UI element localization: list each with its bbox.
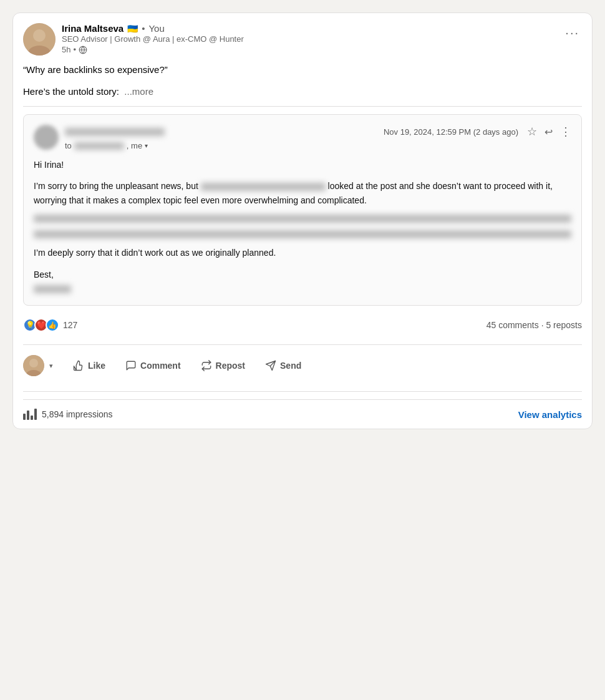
redacted-line-1 xyxy=(34,215,571,223)
author-title: SEO Advisor | Growth @ Aura | ex-CMO @ H… xyxy=(62,34,244,44)
reaction-count: 127 xyxy=(63,320,77,330)
post-line2: Here’s the untold story: xyxy=(23,86,119,97)
impressions-count: 5,894 impressions xyxy=(42,409,113,419)
post-text: “Why are backlinks so expensive?” Here’s… xyxy=(23,63,582,99)
author-flag: 🇺🇦 xyxy=(127,24,138,34)
recipient-blurred xyxy=(74,142,124,150)
reactions-row: 💡 ❤️ 👍 127 45 comments · 5 reposts xyxy=(23,313,582,337)
bar1 xyxy=(23,414,26,420)
action-buttons: ▾ Like Comment Repost xyxy=(23,352,582,384)
email-recipient-row: to , me ▾ xyxy=(65,141,571,150)
email-header: Nov 19, 2024, 12:59 PM (2 days ago) ☆ ↩ … xyxy=(34,125,571,150)
bar3 xyxy=(31,416,33,420)
reaction-emojis: 💡 ❤️ 👍 xyxy=(23,318,59,332)
repost-icon xyxy=(201,360,212,371)
email-body-para4: I’m deeply sorry that it didn’t work out… xyxy=(34,246,571,260)
comment-label: Comment xyxy=(140,361,181,371)
email-body-para3 xyxy=(34,230,571,238)
impressions: 5,894 impressions xyxy=(23,409,113,420)
email-sender-row: Nov 19, 2024, 12:59 PM (2 days ago) ☆ ↩ … xyxy=(65,125,571,139)
like-icon xyxy=(73,360,84,371)
send-label: Send xyxy=(280,361,301,371)
email-action-icons: ☆ ↩ ⋮ xyxy=(527,125,571,139)
post-header-left: Irina Maltseva 🇺🇦 • You SEO Advisor | Gr… xyxy=(23,23,244,56)
author-info: Irina Maltseva 🇺🇦 • You SEO Advisor | Gr… xyxy=(62,23,244,54)
email-sender-avatar xyxy=(34,125,59,150)
svg-point-1 xyxy=(33,29,46,42)
divider xyxy=(23,106,582,107)
footer-divider xyxy=(23,391,582,392)
globe-icon xyxy=(79,46,87,54)
user-avatar-dropdown[interactable]: ▾ xyxy=(23,355,53,376)
comment-icon xyxy=(125,360,137,371)
email-body-para1: I’m sorry to bring the unpleasant news, … xyxy=(34,179,571,207)
closing-text: Best, xyxy=(34,270,54,280)
redacted-line-2 xyxy=(34,230,571,238)
reactions-left: 💡 ❤️ 👍 127 xyxy=(23,318,77,332)
email-meta: Nov 19, 2024, 12:59 PM (2 days ago) ☆ ↩ … xyxy=(65,125,571,150)
reaction-like: 👍 xyxy=(46,318,59,332)
post-line1: “Why are backlinks so expensive?” xyxy=(23,63,582,77)
like-label: Like xyxy=(88,361,105,371)
svg-point-5 xyxy=(29,359,38,367)
actions-divider xyxy=(23,344,582,345)
email-more-icon[interactable]: ⋮ xyxy=(560,125,571,139)
avatar-dropdown-caret: ▾ xyxy=(49,362,53,370)
reply-icon[interactable]: ↩ xyxy=(544,126,553,138)
bar-chart-icon xyxy=(23,409,37,420)
author-name: Irina Maltseva xyxy=(62,23,123,34)
email-body: Hi Irina! I’m sorry to bring the unpleas… xyxy=(34,158,571,295)
sender-name-blurred xyxy=(65,128,165,136)
star-icon[interactable]: ☆ xyxy=(527,125,537,139)
email-timestamp: Nov 19, 2024, 12:59 PM (2 days ago) xyxy=(384,127,518,137)
post-card: Irina Maltseva 🇺🇦 • You SEO Advisor | Gr… xyxy=(12,12,593,429)
recipient-prefix: to xyxy=(65,141,72,150)
reactions-right: 45 comments · 5 reposts xyxy=(486,320,582,330)
user-action-avatar xyxy=(23,355,44,376)
more-options-button[interactable]: ··· xyxy=(563,23,582,42)
post-footer: 5,894 impressions View analytics xyxy=(23,399,582,429)
email-snippet: Nov 19, 2024, 12:59 PM (2 days ago) ☆ ↩ … xyxy=(23,114,582,306)
email-sender-name xyxy=(65,128,165,136)
email-body-para2 xyxy=(34,215,571,223)
bar4 xyxy=(34,409,37,420)
bar2 xyxy=(27,411,29,420)
redacted-signature xyxy=(34,285,71,293)
email-greeting: Hi Irina! xyxy=(34,158,571,172)
time-label: 5h xyxy=(62,45,70,54)
author-avatar xyxy=(23,23,56,56)
comments-count[interactable]: 45 comments xyxy=(486,320,539,330)
email-closing: Best, xyxy=(34,268,571,296)
send-icon xyxy=(265,360,276,371)
post-content: “Why are backlinks so expensive?” Here’s… xyxy=(23,63,582,99)
body1-start: I’m sorry to bring the unpleasant news, … xyxy=(34,181,198,191)
more-link[interactable]: ...more xyxy=(124,86,153,97)
reposts-count[interactable]: 5 reposts xyxy=(546,320,582,330)
repost-label: Repost xyxy=(216,361,245,371)
redacted-name xyxy=(201,183,326,191)
comment-button[interactable]: Comment xyxy=(115,355,191,376)
author-name-row: Irina Maltseva 🇺🇦 • You xyxy=(62,23,244,34)
like-button[interactable]: Like xyxy=(63,355,115,376)
view-analytics-button[interactable]: View analytics xyxy=(518,409,582,420)
send-button[interactable]: Send xyxy=(255,355,311,376)
you-label: You xyxy=(148,23,164,34)
recipient-dropdown-arrow[interactable]: ▾ xyxy=(145,142,148,149)
recipient-suffix: , me xyxy=(127,141,142,150)
repost-button[interactable]: Repost xyxy=(191,355,255,376)
post-time: 5h • xyxy=(62,45,244,54)
post-header: Irina Maltseva 🇺🇦 • You SEO Advisor | Gr… xyxy=(23,23,582,56)
